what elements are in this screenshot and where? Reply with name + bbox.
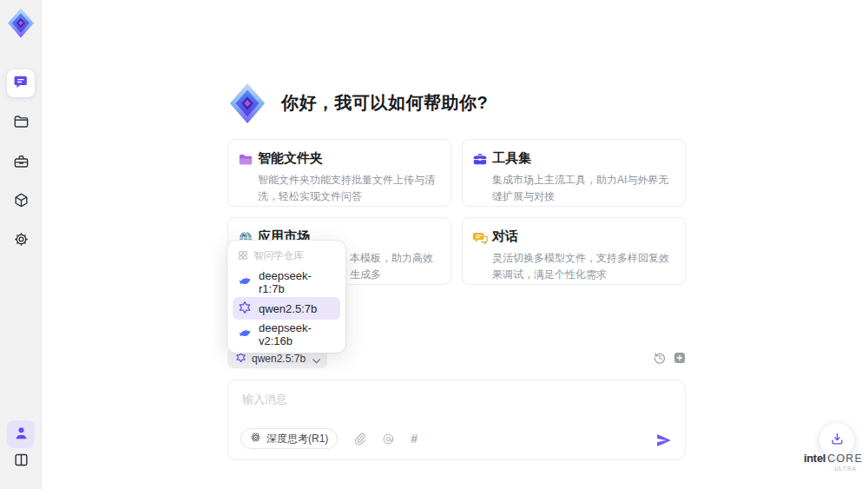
app-logo (6, 7, 36, 40)
card-title: 对话 (492, 228, 673, 245)
composer: 深度思考(R1) # (227, 380, 686, 460)
briefcase-indigo-icon (472, 152, 488, 168)
download-icon (830, 432, 845, 450)
chat-icon (13, 74, 30, 94)
model-option-label: deepseek-v2:16b (259, 321, 335, 347)
sidebar-item-models[interactable] (7, 188, 35, 215)
repository-icon (238, 250, 248, 262)
card-desc: 集成市场上主流工具，助力AI与外界无缝扩展与对接 (492, 172, 673, 204)
model-dropdown-header: 智问学仓库 (233, 248, 340, 268)
app-window: 你好，我可以如何帮助你? 智能文件夹 智能文件夹功能支持批量文件上传与清洗，轻松… (0, 0, 868, 489)
hash-icon[interactable]: # (411, 432, 418, 446)
send-icon[interactable] (655, 432, 673, 449)
sidebar-item-folders[interactable] (7, 109, 35, 137)
folder-purple-icon (238, 152, 253, 168)
cube-icon (13, 192, 30, 212)
sidebar-item-toolbox[interactable] (7, 149, 35, 177)
model-dropdown-header-label: 智问学仓库 (253, 249, 304, 262)
model-option-label: deepseek-r1:7b (259, 269, 335, 295)
composer-toolbar: 深度思考(R1) # (240, 428, 418, 449)
core-wordmark: core (827, 453, 863, 465)
deepseek-icon (238, 274, 252, 291)
card-dialogue[interactable]: 对话 灵活切换多模型文件，支持多样回复效果调试，满足个性化需求 (462, 217, 686, 285)
gear-icon (13, 231, 30, 251)
model-option-label: qwen2.5:7b (259, 302, 317, 315)
attachment-icon[interactable] (353, 433, 366, 446)
greeting: 你好，我可以如何帮助你? (227, 82, 488, 123)
card-smart-folder[interactable]: 智能文件夹 智能文件夹功能支持批量文件上传与清洗，轻松实现文件问答 (227, 139, 451, 207)
ultra-wordmark: ultra (806, 466, 860, 472)
model-dropdown: 智问学仓库 deepseek-r1:7b qwen2.5:7b deepseek… (227, 241, 345, 353)
card-desc: 灵活切换多模型文件，支持多样回复效果调试，满足个性化需求 (492, 250, 673, 282)
atom-icon (250, 431, 261, 446)
deepseek-icon (238, 327, 252, 343)
sidebar-item-settings[interactable] (7, 227, 35, 254)
new-chat-icon[interactable] (673, 351, 687, 365)
sidebar (0, 0, 42, 489)
chevron-down-icon (311, 354, 319, 363)
at-mention-icon[interactable] (382, 433, 395, 446)
message-input[interactable] (242, 393, 624, 406)
deep-think-button[interactable]: 深度思考(R1) (240, 428, 338, 449)
model-option-qwen[interactable]: qwen2.5:7b (233, 297, 340, 320)
model-selector-label: qwen2.5:7b (252, 353, 306, 365)
model-option-deepseek-r1[interactable]: deepseek-r1:7b (233, 271, 340, 294)
chat-gold-icon (472, 230, 488, 246)
intel-core-logo: intel core ultra (806, 453, 860, 472)
chat-actions (653, 351, 687, 365)
deep-think-label: 深度思考(R1) (266, 432, 328, 446)
briefcase-icon (13, 154, 30, 174)
qwen-icon (235, 351, 247, 367)
panel-icon (13, 452, 30, 472)
assistant-logo (227, 82, 267, 123)
qwen-icon (238, 301, 252, 317)
card-desc: 智能文件夹功能支持批量文件上传与清洗，轻松实现文件问答 (258, 172, 438, 204)
card-title: 智能文件夹 (258, 150, 438, 167)
user-icon (13, 425, 30, 445)
sidebar-item-user[interactable] (7, 420, 35, 448)
intel-wordmark: intel (804, 453, 825, 464)
model-option-deepseek-v2[interactable]: deepseek-v2:16b (233, 323, 340, 346)
card-toolset[interactable]: 工具集 集成市场上主流工具，助力AI与外界无缝扩展与对接 (462, 139, 686, 207)
sidebar-item-panel[interactable] (7, 447, 35, 475)
history-icon[interactable] (653, 351, 667, 365)
greeting-text: 你好，我可以如何帮助你? (281, 91, 488, 115)
folder-icon (13, 114, 30, 134)
sidebar-item-chat[interactable] (7, 69, 35, 97)
card-title: 工具集 (492, 150, 673, 167)
